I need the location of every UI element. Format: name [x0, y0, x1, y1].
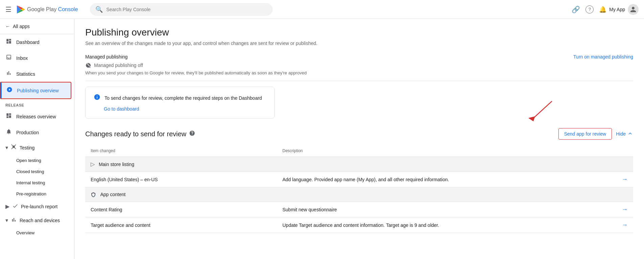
publishing-overview-icon [6, 87, 13, 94]
all-apps-link[interactable]: ← All apps [0, 19, 74, 34]
release-section-label: Release [0, 99, 74, 109]
link-icon[interactable]: 🔗 [572, 5, 580, 14]
sidebar-item-statistics[interactable]: Statistics [0, 66, 74, 82]
changes-header-row: Changes ready to send for review Send ap… [85, 128, 633, 140]
app-content-icon [91, 191, 97, 197]
item-content-rating: Content Rating [85, 202, 277, 217]
sidebar-reach-devices-expandable[interactable]: ▾ Reach and devices [0, 213, 74, 227]
managed-publishing-status: Managed publishing off [85, 62, 307, 68]
sidebar-item-closed-testing[interactable]: Closed testing [0, 166, 74, 177]
changes-table-header: Item changed Description [85, 145, 633, 157]
overview-label: Overview [16, 230, 34, 235]
divider-1 [85, 81, 633, 81]
managed-publishing-desc: When you send your changes to Google for… [85, 70, 307, 75]
sidebar-item-releases-overview[interactable]: Releases overview [0, 109, 74, 124]
svg-marker-1 [528, 116, 535, 121]
row-arrow-content-rating[interactable]: → [622, 206, 628, 213]
group-header-store-listing: ▷ Main store listing [85, 157, 633, 172]
row-arrow-en-us[interactable]: → [622, 176, 628, 183]
logo-text: Google Play Console [27, 6, 78, 13]
app-logo: Google Play Console [16, 5, 78, 14]
page-subtitle: See an overview of the changes made to y… [85, 41, 633, 46]
testing-label: Testing [20, 145, 34, 150]
changes-section: Changes ready to send for review Send ap… [85, 128, 633, 233]
reach-devices-icon [11, 217, 17, 224]
all-apps-label: All apps [13, 24, 30, 29]
col-description: Description [277, 145, 606, 157]
user-avatar[interactable] [628, 4, 639, 15]
item-en-us: English (United States) – en-US [85, 172, 277, 187]
turn-on-managed-link[interactable]: Turn on managed publishing [573, 54, 633, 60]
sidebar-item-inbox[interactable]: Inbox [0, 50, 74, 66]
releases-overview-icon [5, 113, 12, 120]
table-row: Target audience and content Update Targe… [85, 217, 633, 233]
sidebar-item-statistics-label: Statistics [16, 71, 35, 77]
sidebar-item-releases-overview-label: Releases overview [16, 114, 56, 119]
row-arrow-target-audience[interactable]: → [622, 221, 628, 228]
changes-table: Item changed Description ▷ Main store li… [85, 145, 633, 233]
table-row: Content Rating Submit new questionnaire … [85, 202, 633, 217]
sidebar-item-inbox-label: Inbox [16, 55, 28, 61]
pre-launch-label: Pre-launch report [21, 204, 58, 209]
sidebar-item-publishing-overview[interactable]: Publishing overview [0, 82, 71, 99]
inbox-icon [5, 54, 12, 62]
group-app-content-label: App content [100, 192, 125, 197]
reach-chevron-icon: ▾ [5, 217, 8, 223]
info-circle-icon [94, 94, 100, 102]
changes-title: Changes ready to send for review [85, 130, 195, 138]
info-box-text: To send changes for review, complete the… [105, 95, 262, 101]
topbar-right: 🔗 ? 🔔 My App [572, 4, 639, 15]
internal-testing-label: Internal testing [16, 180, 45, 185]
help-icon[interactable]: ? [585, 5, 594, 14]
chevron-up-icon [627, 131, 633, 138]
search-icon: 🔍 [95, 6, 103, 13]
sidebar-item-dashboard-label: Dashboard [16, 40, 40, 45]
sidebar-item-production-label: Production [16, 130, 39, 135]
sidebar-item-dashboard[interactable]: Dashboard [0, 34, 74, 50]
sidebar-pre-launch-expandable[interactable]: ▶ Pre-launch report [0, 199, 74, 213]
managed-off-icon [85, 62, 91, 68]
menu-icon[interactable]: ☰ [5, 5, 12, 14]
open-testing-label: Open testing [16, 158, 41, 163]
back-arrow-icon: ← [5, 24, 10, 29]
user-profile[interactable]: 🔔 My App [599, 4, 639, 15]
group-store-listing-label: Main store listing [99, 162, 134, 167]
sidebar: ← All apps Dashboard Inbox Statistics [0, 19, 74, 259]
managed-publishing-title: Managed publishing [85, 54, 307, 60]
main-content: Publishing overview See an overview of t… [74, 19, 644, 259]
desc-en-us: Add language. Provided app name (My App)… [277, 172, 606, 187]
pre-launch-icon [12, 203, 18, 210]
search-input[interactable] [106, 7, 267, 12]
reach-devices-label: Reach and devices [20, 218, 60, 223]
main-layout: ← All apps Dashboard Inbox Statistics [0, 19, 644, 259]
sidebar-item-pre-registration[interactable]: Pre-registration [0, 188, 74, 199]
changes-title-text: Changes ready to send for review [85, 130, 186, 138]
go-dashboard-link[interactable]: Go to dashboard [104, 106, 266, 112]
sidebar-item-production[interactable]: Production [0, 124, 74, 140]
changes-help-icon[interactable] [189, 130, 195, 138]
notifications-icon[interactable]: 🔔 [599, 6, 606, 13]
sidebar-item-publishing-overview-label: Publishing overview [17, 88, 59, 93]
red-arrow-annotation [525, 101, 559, 121]
search-bar[interactable]: 🔍 [90, 3, 273, 16]
info-box: To send changes for review, complete the… [85, 87, 275, 119]
store-listing-icon: ▷ [91, 161, 95, 167]
group-header-app-content: App content [85, 187, 633, 202]
pre-registration-label: Pre-registration [16, 191, 46, 196]
play-logo-icon [16, 5, 25, 14]
desc-content-rating: Submit new questionnaire [277, 202, 606, 217]
send-app-for-review-button[interactable]: Send app for review [558, 128, 612, 140]
closed-testing-label: Closed testing [16, 169, 44, 174]
managed-publishing-left: Managed publishing Managed publishing of… [85, 54, 307, 75]
hide-button[interactable]: Hide [616, 131, 633, 138]
sidebar-testing-expandable[interactable]: ▾ Testing [0, 140, 74, 155]
dashboard-icon [5, 38, 12, 46]
col-item-changed: Item changed [85, 145, 277, 157]
sidebar-item-internal-testing[interactable]: Internal testing [0, 177, 74, 188]
app-name-label: My App [609, 7, 625, 12]
testing-icon [11, 144, 17, 151]
sidebar-item-open-testing[interactable]: Open testing [0, 155, 74, 166]
col-action [606, 145, 633, 157]
page-title: Publishing overview [85, 27, 633, 38]
sidebar-item-overview[interactable]: Overview [0, 227, 74, 238]
